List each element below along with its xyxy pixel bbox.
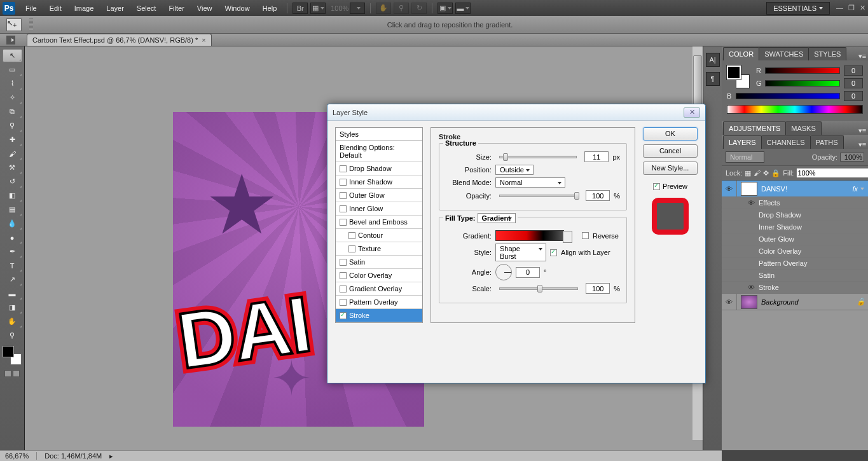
- paragraph-icon[interactable]: ¶: [706, 72, 720, 86]
- blending-options[interactable]: Blending Options: Default: [336, 141, 422, 162]
- checkbox[interactable]: [340, 272, 347, 279]
- visibility-icon[interactable]: 👁: [722, 294, 737, 310]
- style-outer-glow[interactable]: Outer Glow: [336, 189, 422, 202]
- style-bevel[interactable]: Bevel and Emboss: [336, 216, 422, 229]
- new-style-button[interactable]: New Style...: [643, 162, 698, 175]
- lasso-tool[interactable]: ⌇: [3, 77, 22, 90]
- r-slider[interactable]: [765, 67, 840, 74]
- checkbox[interactable]: [340, 165, 347, 172]
- panel-menu-icon[interactable]: ▾≡: [857, 127, 868, 135]
- blend-dropdown[interactable]: Normal: [726, 151, 764, 163]
- screen-mode-dropdown[interactable]: ▣: [437, 3, 453, 14]
- bridge-button[interactable]: Br: [293, 3, 308, 14]
- arrange-dropdown[interactable]: ▦: [310, 3, 326, 14]
- checkbox[interactable]: [340, 179, 347, 186]
- crop-tool[interactable]: ⧉: [3, 105, 22, 118]
- history-brush-tool[interactable]: ↺: [3, 175, 22, 188]
- zoom-tool[interactable]: ⚲: [3, 329, 22, 342]
- layer-satin[interactable]: Satin: [722, 270, 868, 282]
- dialog-close-button[interactable]: ✕: [684, 107, 700, 118]
- status-doc-size[interactable]: Doc: 1,46M/1,84M: [45, 452, 102, 460]
- dock-toggle[interactable]: [6, 36, 15, 45]
- hue-strip[interactable]: [727, 105, 863, 114]
- tab-paths[interactable]: PATHS: [810, 135, 844, 149]
- pen-tool[interactable]: ✒: [3, 245, 22, 258]
- lock-all-icon[interactable]: 🔒: [771, 169, 780, 177]
- layer-effects[interactable]: 👁Effects: [722, 197, 868, 209]
- tab-swatches[interactable]: SWATCHES: [759, 47, 809, 60]
- checkbox[interactable]: [348, 232, 355, 239]
- screen-mode2-dropdown[interactable]: ▬: [455, 3, 471, 14]
- angle-input[interactable]: [516, 267, 540, 278]
- eyedropper-tool[interactable]: ⚲: [3, 119, 22, 132]
- reverse-checkbox[interactable]: [582, 232, 589, 239]
- visibility-icon[interactable]: 👁: [722, 181, 737, 196]
- blendmode-dropdown[interactable]: Normal: [495, 177, 565, 188]
- preview-checkbox[interactable]: [653, 183, 660, 190]
- wand-tool[interactable]: ✧: [3, 91, 22, 104]
- lock-position-icon[interactable]: ✥: [763, 169, 769, 177]
- checkbox[interactable]: [340, 192, 347, 199]
- scale-slider[interactable]: [499, 287, 578, 290]
- zoom-caret[interactable]: [350, 3, 365, 14]
- tab-channels[interactable]: CHANNELS: [761, 135, 811, 149]
- opacity-slider[interactable]: [499, 195, 578, 197]
- lock-paint-icon[interactable]: 🖌: [754, 169, 761, 177]
- tab-layers[interactable]: LAYERS: [723, 135, 762, 149]
- menu-filter[interactable]: Filter: [162, 2, 190, 15]
- eraser-tool[interactable]: ◧: [3, 189, 22, 202]
- menu-window[interactable]: Window: [219, 2, 256, 15]
- style-inner-shadow[interactable]: Inner Shadow: [336, 175, 422, 189]
- menu-view[interactable]: View: [191, 2, 219, 15]
- checkbox[interactable]: [340, 312, 347, 319]
- layer-outer-glow[interactable]: Outer Glow: [722, 233, 868, 245]
- opacity-input[interactable]: [586, 190, 610, 201]
- tab-adjustments[interactable]: ADJUSTMENTS: [723, 121, 786, 135]
- style-stroke[interactable]: Stroke: [336, 309, 422, 322]
- layer-thumb[interactable]: T: [741, 182, 757, 196]
- character-icon[interactable]: A|: [706, 53, 720, 67]
- heal-tool[interactable]: ✚: [3, 133, 22, 146]
- style-satin[interactable]: Satin: [336, 256, 422, 269]
- fg-swatch[interactable]: [3, 346, 14, 357]
- path-tool[interactable]: ↗: [3, 273, 22, 286]
- document-tab[interactable]: Cartoon Text Effect.psd @ 66,7% (DANSV!,…: [27, 34, 212, 46]
- brush-tool[interactable]: 🖌: [3, 147, 22, 160]
- style-pattern-overlay[interactable]: Pattern Overlay: [336, 296, 422, 309]
- checkbox[interactable]: [348, 245, 355, 252]
- close-icon[interactable]: ✕: [860, 4, 865, 12]
- size-input[interactable]: [584, 151, 609, 162]
- color-swatches[interactable]: [727, 65, 750, 88]
- lock-transparency-icon[interactable]: ▦: [745, 169, 751, 177]
- move-tool-indicator[interactable]: ↖+: [6, 18, 22, 31]
- b-value[interactable]: [844, 91, 863, 101]
- panel-menu-icon[interactable]: ▾≡: [857, 52, 868, 60]
- tab-styles[interactable]: STYLES: [808, 47, 846, 60]
- layer-background[interactable]: 👁 Background 🔒: [722, 294, 868, 310]
- checkbox[interactable]: [340, 205, 347, 212]
- style-drop-shadow[interactable]: Drop Shadow: [336, 162, 422, 175]
- marquee-tool[interactable]: ▭: [3, 63, 22, 76]
- position-dropdown[interactable]: Outside: [495, 165, 534, 175]
- checkbox[interactable]: [340, 299, 347, 306]
- 3d-tool[interactable]: ◨: [3, 301, 22, 314]
- close-tab-icon[interactable]: ×: [202, 36, 205, 44]
- move-tool[interactable]: ↖: [3, 49, 22, 62]
- tab-color[interactable]: COLOR: [723, 47, 759, 60]
- style-color-overlay[interactable]: Color Overlay: [336, 269, 422, 282]
- angle-control[interactable]: [495, 264, 512, 280]
- r-value[interactable]: [844, 65, 863, 76]
- style-inner-glow[interactable]: Inner Glow: [336, 202, 422, 216]
- stamp-tool[interactable]: ⚒: [3, 161, 22, 174]
- ok-button[interactable]: OK: [643, 127, 698, 141]
- menu-layer[interactable]: Layer: [100, 2, 130, 15]
- status-zoom[interactable]: 66,67%: [5, 452, 29, 460]
- layer-stroke[interactable]: 👁Stroke: [722, 282, 868, 294]
- checkbox[interactable]: [340, 259, 347, 266]
- fill-input[interactable]: [796, 168, 868, 178]
- grad-style-dropdown[interactable]: Shape Burst: [495, 244, 546, 261]
- filltype-dropdown[interactable]: Gradient: [478, 213, 516, 223]
- panel-menu-icon[interactable]: ▾≡: [857, 141, 868, 149]
- layer-drop-shadow[interactable]: Drop Shadow: [722, 209, 868, 221]
- checkbox[interactable]: [340, 286, 347, 292]
